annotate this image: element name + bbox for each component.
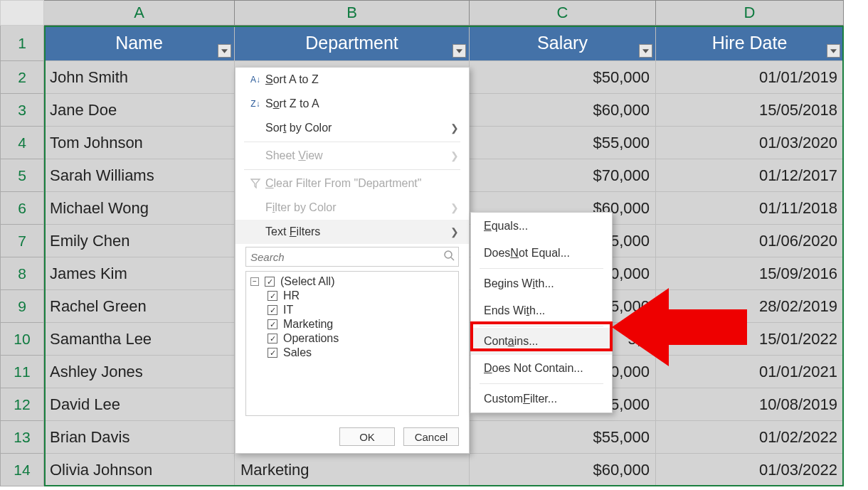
filter-item-select-all[interactable]: −✓(Select All) — [250, 275, 454, 289]
menu-sheet-view: Sheet View❯ — [235, 144, 469, 168]
cell-name[interactable]: Sarah Williams — [44, 159, 235, 192]
row-header[interactable]: 7 — [0, 225, 44, 257]
cell-salary[interactable]: $60,000 — [470, 94, 656, 127]
submenu-contains[interactable]: Contains... — [471, 328, 612, 355]
header-salary[interactable]: Salary — [470, 26, 656, 61]
svg-line-1 — [451, 257, 454, 260]
cell-salary[interactable]: $55,000 — [470, 421, 656, 454]
submenu-not-equal[interactable]: Does Not Equal... — [471, 240, 612, 267]
submenu-ends-with[interactable]: Ends With... — [471, 297, 612, 324]
header-hiredate[interactable]: Hire Date — [656, 26, 844, 61]
checkbox-icon[interactable]: ✓ — [268, 319, 277, 329]
row-header[interactable]: 3 — [0, 94, 44, 127]
row-header[interactable]: 9 — [0, 290, 44, 323]
menu-sort-za[interactable]: Z↓Sort Z to A — [235, 92, 469, 116]
cell-salary[interactable]: $55,000 — [470, 127, 656, 159]
checkbox-icon[interactable]: ✓ — [265, 277, 275, 287]
cell-hiredate[interactable]: 10/08/2019 — [656, 388, 844, 421]
header-hiredate-label: Hire Date — [712, 33, 788, 53]
cell-name[interactable]: Jane Doe — [44, 94, 235, 127]
cell-department[interactable]: Marketing — [235, 454, 470, 486]
submenu-not-contain[interactable]: Does Not Contain... — [471, 355, 612, 382]
svg-point-0 — [445, 251, 452, 258]
filter-search-input[interactable] — [245, 247, 459, 267]
cell-hiredate[interactable]: 01/12/2017 — [656, 159, 844, 192]
col-header-d[interactable]: D — [656, 0, 844, 26]
cell-hiredate[interactable]: 01/02/2022 — [656, 421, 844, 454]
filter-button-name[interactable] — [218, 44, 231, 58]
cell-name[interactable]: Tom Johnson — [44, 127, 235, 159]
cancel-button[interactable]: Cancel — [403, 427, 459, 446]
cell-hiredate[interactable]: 01/03/2022 — [656, 454, 844, 486]
checkbox-icon[interactable]: ✓ — [268, 334, 277, 343]
menu-sort-by-color[interactable]: Sort by Color❯ — [235, 116, 469, 140]
chevron-right-icon: ❯ — [450, 226, 459, 238]
submenu-begins-with[interactable]: Begins With... — [471, 270, 612, 297]
header-name[interactable]: Name — [44, 26, 235, 61]
cell-hiredate[interactable]: 01/11/2018 — [656, 192, 844, 225]
cell-salary[interactable]: $60,000 — [470, 454, 656, 486]
filter-item-operations[interactable]: ✓Operations — [250, 331, 454, 346]
cell-hiredate[interactable]: 01/01/2019 — [656, 61, 844, 94]
row-header[interactable]: 8 — [0, 257, 44, 290]
submenu-equals[interactable]: Equals... — [471, 213, 612, 240]
menu-sort-az[interactable]: A↓Sort A to Z — [235, 68, 469, 92]
row-header[interactable]: 2 — [0, 61, 44, 94]
menu-filter-by-color: Filter by Color❯ — [235, 196, 469, 220]
filter-button-hiredate[interactable] — [827, 44, 840, 58]
ok-button[interactable]: OK — [339, 427, 395, 446]
cell-hiredate[interactable]: 28/02/2019 — [656, 290, 844, 323]
cell-name[interactable]: Emily Chen — [44, 225, 235, 257]
checkbox-icon[interactable]: ✓ — [268, 348, 277, 358]
cell-hiredate[interactable]: 01/03/2020 — [656, 127, 844, 159]
cell-name[interactable]: Olivia Johnson — [44, 454, 235, 486]
search-icon — [443, 250, 455, 264]
filter-item-it[interactable]: ✓IT — [250, 303, 454, 317]
cell-salary[interactable]: $50,000 — [470, 61, 656, 94]
cell-name[interactable]: John Smith — [44, 61, 235, 94]
cell-name[interactable]: Samantha Lee — [44, 323, 235, 356]
cell-hiredate[interactable]: 01/06/2020 — [656, 225, 844, 257]
checkbox-icon[interactable]: ✓ — [268, 291, 277, 301]
row-header[interactable]: 10 — [0, 323, 44, 356]
row-header-1[interactable]: 1 — [0, 26, 44, 61]
filter-item-marketing[interactable]: ✓Marketing — [250, 317, 454, 331]
header-salary-label: Salary — [537, 33, 588, 53]
cell-name[interactable]: Ashley Jones — [44, 356, 235, 388]
row-header[interactable]: 5 — [0, 159, 44, 192]
chevron-right-icon: ❯ — [450, 202, 459, 213]
chevron-right-icon: ❯ — [450, 122, 459, 134]
collapse-icon[interactable]: − — [250, 277, 259, 286]
cell-hiredate[interactable]: 01/01/2021 — [656, 356, 844, 388]
cell-salary[interactable]: $70,000 — [470, 159, 656, 192]
row-header[interactable]: 14 — [0, 454, 44, 486]
filter-button-salary[interactable] — [639, 44, 652, 58]
cell-hiredate[interactable]: 15/01/2022 — [656, 323, 844, 356]
select-all-corner[interactable] — [0, 0, 44, 26]
cell-name[interactable]: David Lee — [44, 388, 235, 421]
cell-name[interactable]: James Kim — [44, 257, 235, 290]
menu-text-filters[interactable]: Text Filters❯ — [235, 220, 469, 244]
header-name-label: Name — [115, 33, 163, 53]
submenu-custom-filter[interactable]: Custom Filter... — [471, 385, 612, 412]
col-header-c[interactable]: C — [470, 0, 656, 26]
row-header[interactable]: 11 — [0, 356, 44, 388]
row-header[interactable]: 13 — [0, 421, 44, 454]
header-department-label: Department — [305, 33, 398, 53]
header-department[interactable]: Department — [235, 26, 470, 61]
filter-item-hr[interactable]: ✓HR — [250, 289, 454, 303]
cell-name[interactable]: Brian Davis — [44, 421, 235, 454]
cell-hiredate[interactable]: 15/05/2018 — [656, 94, 844, 127]
row-header[interactable]: 6 — [0, 192, 44, 225]
filter-values-list[interactable]: −✓(Select All) ✓HR ✓IT ✓Marketing ✓Opera… — [245, 271, 459, 416]
row-header[interactable]: 4 — [0, 127, 44, 159]
col-header-a[interactable]: A — [44, 0, 235, 26]
col-header-b[interactable]: B — [235, 0, 470, 26]
checkbox-icon[interactable]: ✓ — [268, 305, 277, 315]
cell-name[interactable]: Michael Wong — [44, 192, 235, 225]
filter-item-sales[interactable]: ✓Sales — [250, 346, 454, 360]
filter-button-department[interactable] — [452, 44, 466, 58]
cell-hiredate[interactable]: 15/09/2016 — [656, 257, 844, 290]
cell-name[interactable]: Rachel Green — [44, 290, 235, 323]
row-header[interactable]: 12 — [0, 388, 44, 421]
